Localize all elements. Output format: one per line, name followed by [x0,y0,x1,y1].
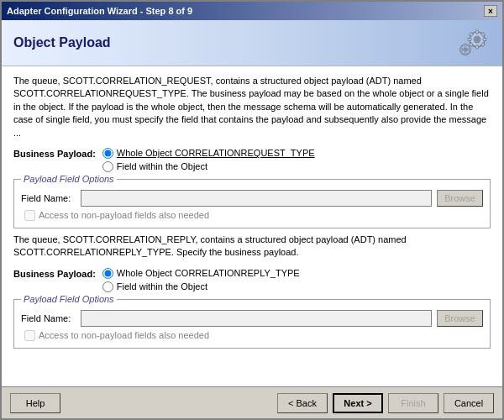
section2-radio2-row[interactable]: Field within the Object [102,281,300,292]
section1-radio2-row[interactable]: Field within the Object [102,161,315,172]
help-button[interactable]: Help [10,393,60,413]
svg-rect-14 [460,49,463,50]
svg-rect-12 [465,44,466,46]
footer-left: Help [10,393,60,413]
footer-right: < Back Next > Finish Cancel [277,393,494,413]
cancel-button[interactable]: Cancel [444,393,494,413]
section2-description: The queue, SCOTT.CORRELATION_REPLY, cont… [13,234,491,260]
section1-description: The queue, SCOTT.CORRELATION_REQUEST, co… [13,75,491,139]
page-title: Object Payload [13,35,111,50]
title-bar: Adapter Configuration Wizard - Step 8 of… [2,2,502,20]
section2-radio1[interactable] [102,268,113,279]
svg-rect-15 [469,49,471,50]
section1-payload-field-options: Payload Field Options Field Name: Browse… [13,179,491,228]
next-button[interactable]: Next > [333,393,383,413]
section2-field-row: Field Name: Browse [21,310,483,327]
svg-rect-13 [465,53,466,55]
section1-checkbox-row: Access to non-payload fields also needed [24,210,483,221]
svg-point-11 [463,47,468,52]
section2-checkbox-row: Access to non-payload fields also needed [24,330,483,341]
section2-radio1-label: Whole Object CORRELATIONREPLY_TYPE [117,268,300,278]
back-button[interactable]: < Back [277,393,328,413]
section1-radio2-label: Field within the Object [117,161,207,171]
section1-radio1-label: Whole Object CORRELATIONREQUEST_TYPE [117,148,315,158]
section2-payload-field-options: Payload Field Options Field Name: Browse… [13,299,491,349]
section1-business-payload-row: Business Payload: Whole Object CORRELATI… [13,148,491,172]
section1-radio1[interactable] [102,148,113,159]
footer: Help < Back Next > Finish Cancel [2,386,502,418]
svg-rect-5 [483,39,486,41]
section2-business-payload-row: Business Payload: Whole Object CORRELATI… [13,268,491,292]
section2-radio-options: Whole Object CORRELATIONREPLY_TYPE Field… [102,268,300,292]
section1-checkbox[interactable] [24,210,35,221]
section2-business-payload-label: Business Payload: [13,268,96,279]
section2-radio2-label: Field within the Object [117,281,207,291]
section1-field-name-label: Field Name: [21,193,76,203]
section1-browse-button[interactable]: Browse [437,190,483,207]
svg-rect-2 [476,30,479,34]
section1-radio1-row[interactable]: Whole Object CORRELATIONREQUEST_TYPE [102,148,315,159]
section2-browse-button[interactable]: Browse [437,310,483,327]
section1-field-row: Field Name: Browse [21,190,483,207]
section2-radio2[interactable] [102,281,113,292]
section1-business-payload-label: Business Payload: [13,148,96,159]
header-band: Object Payload [2,20,502,66]
section2-field-name-label: Field Name: [21,313,76,323]
finish-button[interactable]: Finish [388,393,438,413]
section1-field-input[interactable] [81,190,432,207]
section1-radio-options: Whole Object CORRELATIONREQUEST_TYPE Fie… [102,148,315,172]
section1-checkbox-label: Access to non-payload fields also needed [39,210,209,220]
gear-icon [452,24,494,62]
section2-checkbox[interactable] [24,330,35,341]
section1-radio2[interactable] [102,161,113,172]
section2-radio1-row[interactable]: Whole Object CORRELATIONREPLY_TYPE [102,268,300,279]
svg-point-1 [474,36,481,44]
main-content: The queue, SCOTT.CORRELATION_REQUEST, co… [2,66,502,386]
svg-rect-3 [476,45,479,49]
wizard-window: Adapter Configuration Wizard - Step 8 of… [0,0,504,420]
svg-rect-4 [468,39,471,41]
section2-checkbox-label: Access to non-payload fields also needed [39,330,209,340]
section2-payload-legend: Payload Field Options [21,294,117,304]
close-button[interactable]: × [484,5,497,17]
section2-field-input[interactable] [81,310,432,327]
section1-payload-legend: Payload Field Options [21,174,117,184]
title-text: Adapter Configuration Wizard - Step 8 of… [7,6,192,16]
